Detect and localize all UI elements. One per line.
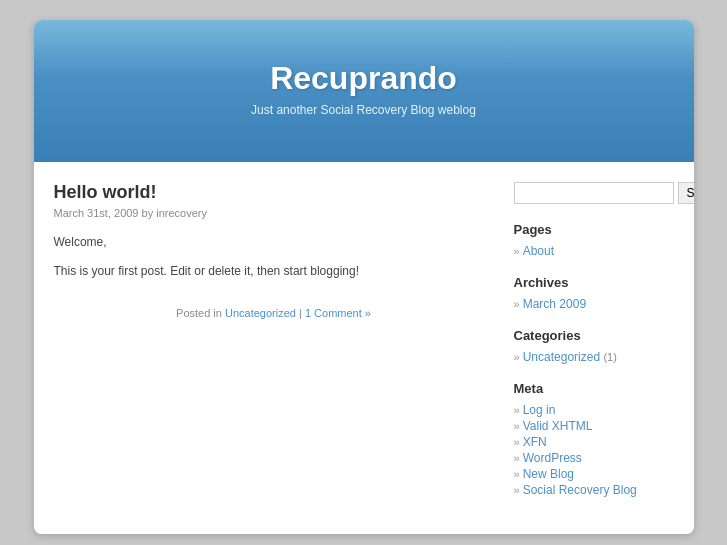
sidebar-pages-heading: Pages	[514, 222, 674, 237]
comment-link[interactable]: 1 Comment »	[305, 307, 371, 319]
post-body-line1: Welcome,	[54, 233, 494, 252]
sidebar-categories-heading: Categories	[514, 328, 674, 343]
site-header: Recuprando Just another Social Recovery …	[34, 20, 694, 162]
post-footer: Posted in Uncategorized | 1 Comment »	[54, 297, 494, 319]
sidebar-meta-section: Meta Log in Valid XHTML XFN WordPress Ne…	[514, 381, 674, 498]
post-body: Welcome, This is your first post. Edit o…	[54, 233, 494, 281]
category-uncategorized-link[interactable]: Uncategorized	[523, 350, 600, 364]
sidebar-meta-list: Log in Valid XHTML XFN WordPress New Blo…	[514, 402, 674, 498]
main-content: Hello world! March 31st, 2009 by inrecov…	[54, 182, 494, 514]
list-item: Uncategorized (1)	[514, 349, 674, 365]
sidebar-archives-heading: Archives	[514, 275, 674, 290]
blog-post: Hello world! March 31st, 2009 by inrecov…	[54, 182, 494, 319]
list-item: Valid XHTML	[514, 418, 674, 434]
list-item: WordPress	[514, 450, 674, 466]
list-item: XFN	[514, 434, 674, 450]
search-input[interactable]	[514, 182, 674, 204]
site-title: Recuprando	[54, 60, 674, 97]
search-widget: Search	[514, 182, 674, 204]
sidebar-archives-section: Archives March 2009	[514, 275, 674, 312]
search-button[interactable]: Search	[678, 182, 694, 204]
meta-wordpress-link[interactable]: WordPress	[523, 451, 582, 465]
meta-xhtml-link[interactable]: Valid XHTML	[523, 419, 593, 433]
sidebar-meta-heading: Meta	[514, 381, 674, 396]
meta-xfn-link[interactable]: XFN	[523, 435, 547, 449]
sidebar-pages-list: About	[514, 243, 674, 259]
list-item: March 2009	[514, 296, 674, 312]
list-item: Social Recovery Blog	[514, 482, 674, 498]
post-meta: March 31st, 2009 by inrecovery	[54, 207, 494, 219]
sidebar: Search Pages About Archives March 2009 C…	[514, 182, 674, 514]
archives-march2009-link[interactable]: March 2009	[523, 297, 586, 311]
post-body-line2: This is your first post. Edit or delete …	[54, 262, 494, 281]
category-count: (1)	[603, 351, 616, 363]
sidebar-categories-section: Categories Uncategorized (1)	[514, 328, 674, 365]
list-item: About	[514, 243, 674, 259]
list-item: Log in	[514, 402, 674, 418]
site-subtitle: Just another Social Recovery Blog weblog	[54, 103, 674, 117]
sidebar-categories-list: Uncategorized (1)	[514, 349, 674, 365]
category-link[interactable]: Uncategorized	[225, 307, 296, 319]
pages-about-link[interactable]: About	[523, 244, 554, 258]
meta-newblog-link[interactable]: New Blog	[523, 467, 574, 481]
posted-in-label: Posted in	[176, 307, 225, 319]
sidebar-pages-section: Pages About	[514, 222, 674, 259]
meta-login-link[interactable]: Log in	[523, 403, 556, 417]
meta-socialrecovery-link[interactable]: Social Recovery Blog	[523, 483, 637, 497]
post-title: Hello world!	[54, 182, 494, 203]
sidebar-archives-list: March 2009	[514, 296, 674, 312]
list-item: New Blog	[514, 466, 674, 482]
